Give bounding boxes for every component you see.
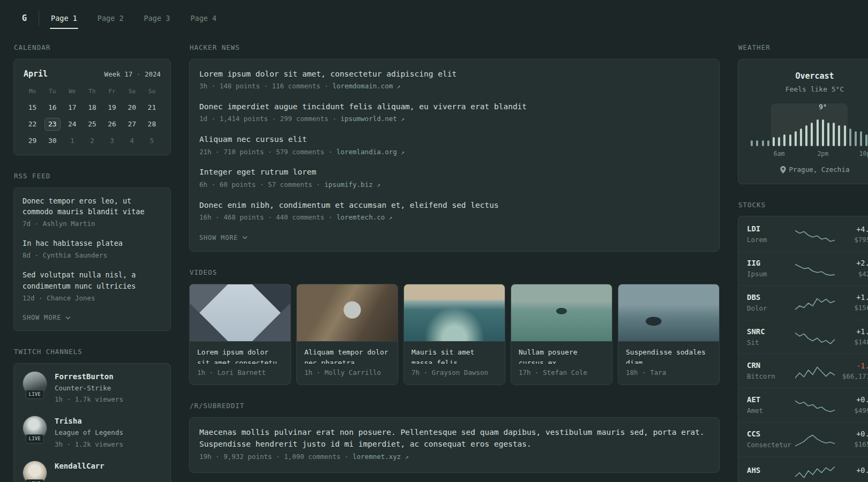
calendar-day[interactable]: 25 bbox=[84, 118, 100, 131]
stock-sparkline bbox=[795, 227, 835, 243]
calendar-day[interactable]: 29 bbox=[25, 134, 41, 147]
calendar-day[interactable]: 27 bbox=[124, 118, 140, 131]
page-tab[interactable]: Page 2 bbox=[98, 7, 124, 29]
video-thumbnail[interactable] bbox=[297, 284, 398, 342]
video-title[interactable]: Mauris sit amet massa felis bbox=[404, 342, 505, 364]
video-card[interactable]: Nullam posuere cursus ex 17h Stefan Cole bbox=[511, 284, 612, 385]
stock-symbol: IIG bbox=[747, 258, 790, 269]
calendar-day[interactable]: 17 bbox=[64, 101, 80, 114]
calendar-day[interactable]: 15 bbox=[25, 101, 41, 114]
news-title-link[interactable]: Donec imperdiet augue tincidunt felis al… bbox=[199, 101, 709, 112]
stock-values: +1.42% $156.28 bbox=[840, 292, 868, 313]
news-title-link[interactable]: Donec enim nibh, condimentum et accumsan… bbox=[199, 199, 709, 211]
stock-sparkline bbox=[795, 431, 835, 447]
stock-row[interactable]: LDI Lorem +4.35% $795.18 bbox=[738, 217, 868, 251]
subreddit-card: Maecenas mollis pulvinar erat non posuer… bbox=[189, 417, 720, 473]
news-domain-link[interactable]: ipsumify.biz ↗ bbox=[316, 180, 380, 189]
rss-item-meta: 8d Cynthia Saunders bbox=[23, 251, 162, 261]
rss-item-title[interactable]: Sed volutpat nulla nisl, a condimentum n… bbox=[23, 269, 162, 292]
avatar: LIVE bbox=[23, 416, 47, 443]
calendar-day-header: Tu bbox=[42, 87, 62, 96]
calendar-day[interactable]: 19 bbox=[104, 101, 120, 114]
channel-meta: 3h 1.2k viewers bbox=[55, 440, 123, 450]
channel-name[interactable]: Trisha bbox=[55, 416, 123, 427]
page-tab[interactable]: Page 4 bbox=[190, 7, 216, 29]
stock-id: AET Amet bbox=[747, 394, 790, 416]
page-tab[interactable]: Page 1 bbox=[51, 7, 77, 29]
stock-id: CCS Consectetur bbox=[747, 428, 790, 450]
hacker-news-show-more-label: SHOW MORE bbox=[199, 234, 238, 242]
video-meta: 17h Stefan Cole bbox=[511, 364, 612, 385]
calendar-day[interactable]: 22 bbox=[25, 118, 41, 131]
calendar-day[interactable]: 30 bbox=[44, 134, 61, 147]
video-thumbnail[interactable] bbox=[618, 284, 719, 342]
video-thumbnail[interactable] bbox=[511, 284, 612, 342]
video-thumbnail[interactable] bbox=[404, 284, 505, 342]
weather-condition: Overcast bbox=[747, 70, 868, 82]
calendar-day[interactable]: 1 bbox=[64, 134, 80, 147]
stock-row[interactable]: SNRC Sit +1.36% $148.64 bbox=[738, 320, 868, 354]
video-title[interactable]: Nullam posuere cursus ex bbox=[511, 342, 612, 364]
stock-values: +4.35% $795.18 bbox=[840, 224, 868, 245]
news-title-link[interactable]: Integer eget rutrum lorem bbox=[199, 166, 709, 178]
stock-change: +2.84% bbox=[840, 258, 868, 268]
video-card[interactable]: Suspendisse sodales diam 18h Tara bbox=[618, 284, 720, 385]
calendar-day[interactable]: 5 bbox=[144, 134, 160, 147]
rss-item-meta: 12d Chance Jones bbox=[23, 293, 162, 304]
rss-item-title[interactable]: In hac habitasse platea bbox=[23, 238, 162, 249]
rss-show-more-label: SHOW MORE bbox=[23, 314, 61, 321]
stock-row[interactable]: CCS Consectetur +0.51% $165.84 bbox=[738, 422, 868, 456]
news-domain-link[interactable]: ipsumworld.net ↗ bbox=[332, 115, 405, 123]
news-points: 148 points bbox=[212, 82, 260, 90]
rss-item: In hac habitasse platea 8d Cynthia Saund… bbox=[23, 238, 162, 261]
calendar-day[interactable]: 24 bbox=[64, 118, 80, 131]
channel-name[interactable]: KendallCarr bbox=[55, 461, 104, 472]
page-tab[interactable]: Page 3 bbox=[144, 7, 170, 29]
post-domain-link[interactable]: loremnet.xyz ↗ bbox=[345, 453, 409, 461]
calendar-day[interactable]: 4 bbox=[124, 134, 140, 147]
rss-item: Sed volutpat nulla nisl, a condimentum n… bbox=[23, 269, 162, 304]
news-domain-link[interactable]: loremtech.co ↗ bbox=[328, 213, 393, 221]
calendar-day[interactable]: 21 bbox=[144, 101, 160, 114]
app-logo[interactable]: G bbox=[22, 7, 27, 29]
calendar-day[interactable]: 26 bbox=[104, 118, 120, 131]
video-title[interactable]: Aliquam tempor dolor nec pharetra… bbox=[297, 342, 398, 364]
channel-name[interactable]: ForrestBurton bbox=[55, 371, 123, 382]
news-title-link[interactable]: Aliquam nec cursus elit bbox=[199, 133, 709, 145]
rss-item-title[interactable]: Donec tempor eros leo, ut commodo mauris… bbox=[23, 195, 162, 218]
news-title-link[interactable]: Lorem ipsum dolor sit amet, consectetur … bbox=[199, 68, 709, 80]
stock-row[interactable]: CRN Bitcorn -1.00% $66,171.48 bbox=[738, 353, 868, 388]
channel-info: ForrestBurton Counter-Strike 1h 1.7k vie… bbox=[55, 371, 123, 405]
video-title[interactable]: Suspendisse sodales diam bbox=[618, 342, 719, 364]
stock-row[interactable]: DBS Dolor +1.42% $156.28 bbox=[738, 285, 868, 320]
video-title[interactable]: Lorem ipsum dolor sit amet consectetu… bbox=[190, 342, 290, 364]
hacker-news-show-more-button[interactable]: SHOW MORE bbox=[199, 234, 248, 242]
calendar-week-year: Week 17 2024 bbox=[104, 70, 161, 80]
calendar-day[interactable]: 23 bbox=[44, 118, 61, 131]
calendar-day[interactable]: 18 bbox=[84, 101, 100, 114]
calendar-day-headers: Mo Tu We Th Fr Sa Su bbox=[23, 87, 162, 96]
stock-row[interactable]: IIG Ipsum +2.84% $42.04 bbox=[738, 251, 868, 285]
rss-show-more-button[interactable]: SHOW MORE bbox=[23, 314, 71, 321]
rss-item: Donec tempor eros leo, ut commodo mauris… bbox=[23, 195, 162, 230]
news-domain-link[interactable]: loremdomain.com ↗ bbox=[324, 82, 400, 90]
video-card[interactable]: Mauris sit amet massa felis 7h Grayson D… bbox=[403, 284, 505, 385]
post-title-link[interactable]: Maecenas mollis pulvinar erat non posuer… bbox=[199, 426, 709, 450]
calendar-day[interactable]: 3 bbox=[104, 134, 120, 147]
news-domain-link[interactable]: loremlandia.org ↗ bbox=[328, 148, 405, 156]
video-age: 7h bbox=[411, 368, 420, 376]
calendar-day[interactable]: 16 bbox=[44, 101, 61, 114]
video-card[interactable]: Aliquam tempor dolor nec pharetra… 1h Mo… bbox=[296, 284, 398, 385]
stock-row[interactable]: AHS +0.46% bbox=[738, 456, 868, 482]
calendar-day[interactable]: 2 bbox=[84, 134, 100, 147]
right-column: WEATHER Overcast Feels like 5°C 9° 6am2p… bbox=[738, 43, 868, 482]
stock-row[interactable]: AET Amet +0.92% $499.72 bbox=[738, 388, 868, 422]
calendar-day[interactable]: 28 bbox=[144, 118, 160, 131]
rss-item-author: Cynthia Saunders bbox=[35, 251, 107, 259]
calendar-day[interactable]: 20 bbox=[124, 101, 140, 114]
twitch-channel: LIVE KendallCarr bbox=[23, 461, 162, 482]
news-domain: loremlandia.org bbox=[336, 148, 397, 156]
video-meta: 1h Lori Barnett bbox=[190, 364, 290, 385]
video-card[interactable]: Lorem ipsum dolor sit amet consectetu… 1… bbox=[189, 284, 291, 385]
video-thumbnail[interactable] bbox=[190, 284, 290, 342]
